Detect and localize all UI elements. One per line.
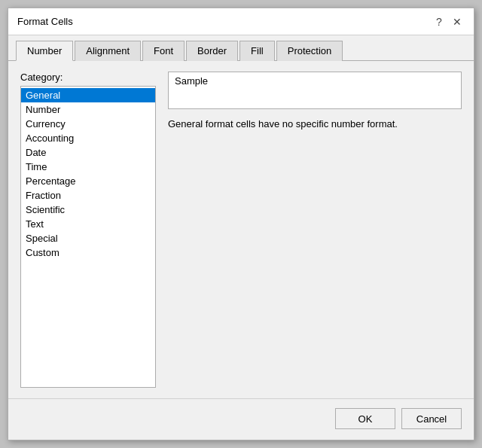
tab-fill[interactable]: Fill — [239, 41, 275, 61]
ok-button[interactable]: OK — [335, 408, 395, 429]
category-listbox[interactable]: General Number Currency Accounting Date … — [21, 87, 155, 387]
sample-box: Sample — [168, 72, 462, 109]
list-item-scientific[interactable]: Scientific — [21, 203, 155, 217]
list-item-currency[interactable]: Currency — [21, 117, 155, 131]
left-panel: Category: General Number Currency Accoun… — [20, 72, 156, 388]
list-item-number[interactable]: Number — [21, 102, 155, 117]
cancel-button[interactable]: Cancel — [401, 408, 462, 429]
list-item-percentage[interactable]: Percentage — [21, 174, 155, 188]
sample-label: Sample — [175, 75, 455, 87]
dialog-title: Format Cells — [17, 16, 73, 27]
tab-content: Category: General Number Currency Accoun… — [8, 61, 474, 398]
help-button[interactable]: ? — [432, 14, 447, 29]
list-item-date[interactable]: Date — [21, 145, 155, 160]
list-item-special[interactable]: Special — [21, 231, 155, 245]
format-description: General format cells have no specific nu… — [168, 117, 462, 132]
category-label: Category: — [20, 72, 156, 83]
main-area: Category: General Number Currency Accoun… — [20, 72, 462, 388]
close-button[interactable]: ✕ — [450, 14, 465, 29]
list-item-text[interactable]: Text — [21, 217, 155, 231]
tab-font[interactable]: Font — [142, 41, 185, 61]
bottom-bar: OK Cancel — [8, 398, 474, 440]
list-item-accounting[interactable]: Accounting — [21, 131, 155, 145]
title-bar-controls: ? ✕ — [432, 14, 465, 29]
list-item-custom[interactable]: Custom — [21, 245, 155, 260]
list-item-fraction[interactable]: Fraction — [21, 188, 155, 203]
tab-protection[interactable]: Protection — [276, 41, 343, 61]
format-cells-dialog: Format Cells ? ✕ Number Alignment Font B… — [8, 8, 474, 440]
tab-border[interactable]: Border — [186, 41, 238, 61]
tab-alignment[interactable]: Alignment — [75, 41, 141, 61]
tabs-bar: Number Alignment Font Border Fill Protec… — [8, 35, 474, 61]
list-item-general[interactable]: General — [21, 88, 155, 102]
title-bar: Format Cells ? ✕ — [8, 8, 474, 35]
sample-content — [175, 90, 455, 105]
right-panel: Sample General format cells have no spec… — [168, 72, 462, 388]
tab-number[interactable]: Number — [16, 41, 73, 61]
list-item-time[interactable]: Time — [21, 160, 155, 174]
category-listbox-container: General Number Currency Accounting Date … — [20, 86, 156, 388]
